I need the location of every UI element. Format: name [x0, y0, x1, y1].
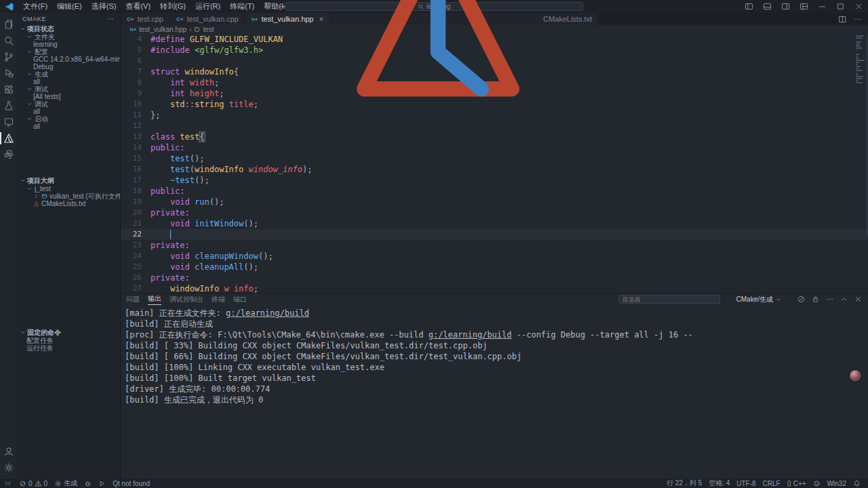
section-header[interactable]: 项目大纲: [17, 176, 120, 185]
remote-indicator[interactable]: [0, 479, 16, 488]
menu-item[interactable]: 终端(T): [225, 0, 259, 13]
tree-item[interactable]: vulkan_test (可执行文件): [17, 192, 120, 200]
arrow-left-icon[interactable]: [263, 3, 271, 11]
tree-item[interactable]: all: [17, 123, 120, 130]
breadcrumb-file[interactable]: test_vulkan.hpp: [139, 26, 186, 33]
cursor-position[interactable]: 行 22，列 5: [663, 479, 705, 488]
section-header[interactable]: 项目状态: [17, 24, 120, 33]
tree-item[interactable]: [All tests]: [17, 93, 120, 100]
panel-tab-调试控制台[interactable]: 调试控制台: [170, 293, 203, 305]
code-text: struct windowInfo{: [151, 66, 239, 77]
cmake-debug-button[interactable]: [81, 479, 95, 488]
more-actions-icon[interactable]: [106, 15, 115, 23]
notifications[interactable]: [850, 479, 864, 488]
tree-item[interactable]: 生成: [17, 70, 120, 78]
output-channel-select[interactable]: CMake/生成: [736, 295, 782, 304]
tree-item[interactable]: Debug: [17, 63, 120, 70]
tab-test.cpp[interactable]: C+test.cpp: [121, 13, 170, 25]
eol[interactable]: CRLF: [760, 479, 784, 488]
activity-testing[interactable]: [0, 98, 17, 114]
customize-layout-icon[interactable]: [800, 2, 808, 11]
code-text: test(windowInfo window_info);: [151, 164, 312, 175]
platform[interactable]: Win32: [824, 479, 850, 488]
activity-search[interactable]: [0, 33, 17, 49]
clear-output-icon[interactable]: [797, 295, 806, 304]
menu-item[interactable]: 编辑(E): [52, 0, 87, 13]
activity-settings-gear[interactable]: [0, 460, 17, 476]
class-symbol-icon: [194, 26, 200, 33]
panel-tab-端口[interactable]: 端口: [233, 293, 247, 305]
output-link[interactable]: g:/learning/build: [429, 330, 512, 340]
menu-item[interactable]: 转到(G): [155, 0, 191, 13]
code-editor[interactable]: 4#define GLFW_INCLUDE_VULKAN5#include <g…: [121, 34, 868, 293]
menu-item[interactable]: 选择(S): [87, 0, 121, 13]
hpp-file-icon: h+: [252, 16, 258, 22]
more-actions-icon[interactable]: [825, 295, 834, 304]
cmake-launch-button[interactable]: [95, 479, 109, 488]
layout-sidebar-left-icon[interactable]: [745, 2, 753, 11]
line-number: 14: [121, 142, 151, 153]
close-panel-icon[interactable]: [854, 295, 863, 304]
line-number: 5: [121, 45, 151, 56]
split-editor-icon[interactable]: [838, 15, 847, 24]
code-line: 12: [121, 121, 868, 131]
qt-status[interactable]: Qt not found: [109, 479, 153, 488]
activity-account[interactable]: [0, 443, 17, 460]
tree-item[interactable]: CMakeLists.txt: [17, 200, 120, 207]
line-number: 9: [121, 88, 151, 99]
menu-item[interactable]: 查看(V): [121, 0, 155, 13]
output-filter-input[interactable]: [618, 295, 720, 304]
activity-python[interactable]: [0, 146, 17, 163]
tree-item[interactable]: 文件夹: [17, 33, 120, 41]
panel-tab-问题[interactable]: 问题: [126, 293, 140, 305]
indentation[interactable]: 空格: 4: [705, 479, 733, 488]
more-actions-icon[interactable]: [853, 15, 862, 24]
code-text: private:: [151, 207, 190, 218]
output-link[interactable]: g:/learning/build: [226, 308, 309, 318]
close-icon[interactable]: [854, 2, 863, 11]
tab-test_vulkan.hpp[interactable]: h+test_vulkan.hpp×: [245, 13, 330, 25]
menu-item[interactable]: 文件(F): [18, 0, 52, 13]
activity-explorer[interactable]: [0, 16, 17, 33]
activity-remote-explorer[interactable]: [0, 114, 17, 130]
tree-item[interactable]: all: [17, 108, 120, 115]
close-tab-icon[interactable]: ×: [319, 15, 323, 23]
panel-tab-输出[interactable]: 输出: [148, 293, 161, 305]
tree-item[interactable]: 调试: [17, 100, 120, 108]
python-icon: [3, 149, 14, 160]
minimize-icon[interactable]: [818, 2, 827, 11]
tree-item[interactable]: 启动: [17, 115, 120, 123]
tree-item[interactable]: all: [17, 78, 120, 85]
tree-item[interactable]: 运行任务: [17, 344, 120, 352]
avatar[interactable]: [850, 370, 861, 382]
tab-bar: C+test.cppC+test_vulkan.cpph+test_vulkan…: [121, 13, 868, 25]
layout-panel-icon[interactable]: [763, 2, 772, 11]
minimap[interactable]: [856, 35, 865, 84]
code-line: 18public:: [121, 186, 868, 197]
maximize-panel-icon[interactable]: [840, 295, 848, 304]
panel-tab-终端[interactable]: 终端: [212, 293, 225, 305]
layout-sidebar-right-icon[interactable]: [781, 2, 790, 11]
cmake-build-button[interactable]: 生成: [51, 479, 81, 488]
code-text: int width;: [151, 77, 219, 88]
problems[interactable]: 00: [16, 479, 51, 488]
activity-extensions[interactable]: [0, 81, 17, 98]
tree-item[interactable]: GCC 14.2.0 x86_64-w64-mingw32: [17, 56, 120, 63]
tree-item[interactable]: 配置: [17, 48, 120, 56]
menu-item[interactable]: 运行(R): [191, 0, 225, 13]
activity-run-debug[interactable]: [0, 65, 17, 81]
feedback[interactable]: [810, 479, 824, 488]
maximize-icon[interactable]: [836, 2, 845, 11]
encoding[interactable]: UTF-8: [733, 479, 759, 488]
tab-test_vulkan.cpp[interactable]: C+test_vulkan.cpp: [170, 13, 245, 25]
tree-item[interactable]: 测试: [17, 85, 120, 93]
tree-item[interactable]: learning: [17, 41, 120, 48]
activity-cmake[interactable]: [0, 130, 17, 146]
language-mode[interactable]: {}C++: [784, 479, 810, 488]
activity-source-control[interactable]: [0, 49, 17, 65]
breadcrumb-symbol[interactable]: test: [203, 26, 214, 33]
chevron-down-icon: [20, 178, 26, 184]
tab-CMakeLists.txt[interactable]: CMakeLists.txt: [330, 13, 599, 25]
output-panel[interactable]: [main] 正在生成文件夹: g:/learning/build[build]…: [121, 305, 868, 479]
lock-icon[interactable]: [811, 295, 820, 304]
